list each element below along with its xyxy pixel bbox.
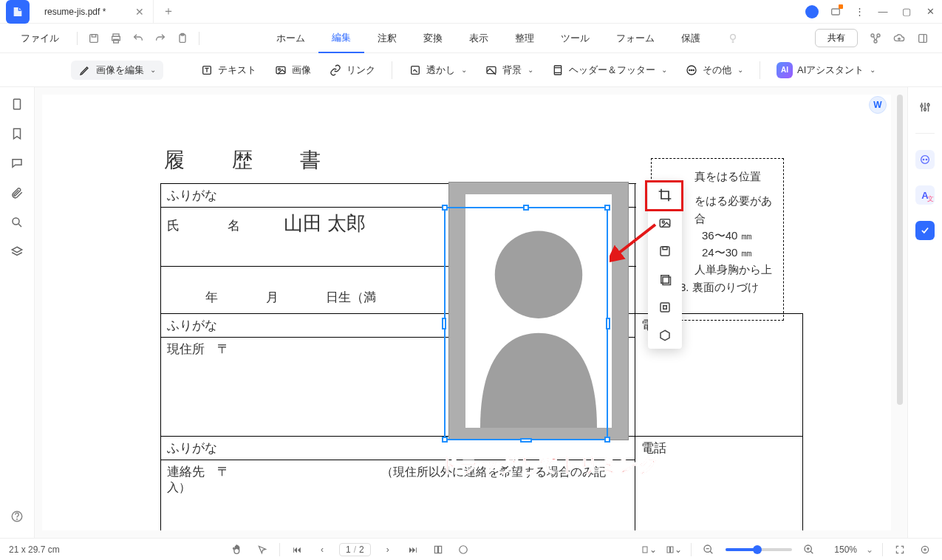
page-layout-icon[interactable] (430, 542, 446, 558)
svg-rect-44 (438, 546, 441, 553)
ai-chat-icon[interactable] (915, 150, 935, 169)
link-icon (329, 64, 342, 77)
document-canvas[interactable]: 履 歴 書 ふりがな 氏 名 山田 太郎 年 月 日生（満 ふりがな 電話 (34, 87, 908, 538)
tab-close-icon[interactable]: ✕ (135, 6, 144, 18)
menu-file[interactable]: ファイル (7, 24, 72, 53)
view-mode-icon[interactable]: ⌄ (666, 542, 682, 558)
header-footer-dropdown[interactable]: ヘッダー＆フッター⌄ (547, 61, 672, 80)
crop-button[interactable] (656, 186, 674, 204)
name-value: 山田 太郎 (284, 212, 366, 234)
save-icon[interactable] (83, 28, 104, 49)
tab-title: resume-jis.pdf * (44, 7, 106, 17)
first-page-icon[interactable]: ⏮ (289, 542, 305, 558)
settings-wheel-icon[interactable] (917, 542, 933, 558)
annotation-label: ドラッグしてトリミング (440, 452, 659, 478)
svg-rect-47 (667, 547, 670, 553)
selection-frame[interactable] (444, 207, 608, 440)
ribbon-edit: 画像を編集⌄ テキスト 画像 リンク 透かし⌄ 背景⌄ ヘッダー＆フッター⌄ そ… (0, 53, 942, 87)
resize-handle-bl[interactable] (442, 437, 448, 443)
new-tab-button[interactable]: ＋ (154, 4, 183, 19)
menu-convert[interactable]: 変換 (410, 24, 456, 53)
document-tab[interactable]: resume-jis.pdf * ✕ (35, 0, 154, 24)
redo-icon[interactable] (150, 28, 171, 49)
svg-rect-45 (459, 545, 467, 553)
prev-page-icon[interactable]: ‹ (314, 542, 330, 558)
zoom-in-icon[interactable] (801, 542, 817, 558)
select-tool-icon[interactable] (254, 542, 270, 558)
replace-image-button[interactable] (656, 214, 674, 232)
menu-home[interactable]: ホーム (263, 24, 318, 53)
check-icon[interactable] (915, 221, 935, 240)
header-footer-icon (551, 64, 564, 77)
menu-edit[interactable]: 編集 (318, 24, 364, 53)
menu-protect[interactable]: 保護 (668, 24, 714, 53)
maximize-button[interactable]: ▢ (895, 0, 918, 24)
menu-annotate[interactable]: 注釈 (364, 24, 410, 53)
resize-handle-mr[interactable] (606, 318, 610, 329)
page-indicator[interactable]: 1/2 (339, 543, 371, 556)
minimize-button[interactable]: — (871, 0, 895, 24)
fit-page-icon[interactable]: ⌄ (641, 542, 657, 558)
resize-handle-tr[interactable] (604, 205, 610, 211)
ocr-button[interactable] (656, 298, 674, 316)
menu-display[interactable]: 表示 (456, 24, 502, 53)
next-page-icon[interactable]: › (380, 542, 396, 558)
selected-image[interactable] (448, 182, 629, 440)
thumbnails-icon[interactable] (10, 98, 24, 111)
comment-icon[interactable] (10, 157, 24, 170)
to-clipboard-button[interactable] (656, 270, 674, 288)
link-button[interactable]: リンク (324, 61, 380, 80)
layers-icon[interactable] (10, 245, 24, 259)
cloud-upload-icon[interactable] (887, 27, 911, 50)
word-export-badge[interactable]: W (869, 96, 887, 114)
resize-handle-bc[interactable] (520, 438, 532, 443)
tool-icon-1[interactable] (864, 27, 887, 50)
svg-rect-31 (661, 247, 669, 256)
svg-point-38 (924, 109, 926, 111)
read-mode-icon[interactable] (455, 542, 471, 558)
zoom-slider[interactable] (726, 548, 792, 551)
properties-button[interactable] (656, 327, 674, 344)
watermark-dropdown[interactable]: 透かし⌄ (404, 61, 471, 80)
ai-assistant-dropdown[interactable]: AI AIアシスタント⌄ (772, 59, 880, 81)
svg-point-42 (926, 159, 926, 160)
print-icon[interactable] (106, 28, 126, 49)
translate-icon[interactable]: A文 (915, 185, 935, 205)
edit-image-dropdown[interactable]: 画像を編集⌄ (71, 61, 163, 80)
menu-bulb-icon[interactable] (714, 24, 752, 53)
background-dropdown[interactable]: 背景⌄ (480, 61, 538, 80)
share-button[interactable]: 共有 (815, 29, 858, 47)
clipboard-icon[interactable] (172, 28, 193, 49)
help-icon[interactable] (10, 510, 24, 523)
search-icon[interactable] (10, 216, 24, 229)
svg-point-11 (874, 40, 877, 43)
image-button[interactable]: 画像 (270, 61, 315, 80)
account-button[interactable] (800, 0, 824, 24)
menu-arrange[interactable]: 整理 (502, 24, 547, 53)
panel-icon[interactable] (911, 27, 935, 50)
text-button[interactable]: テキスト (196, 61, 261, 80)
titlebar: resume-jis.pdf * ✕ ＋ ⋮ — ▢ ✕ (0, 0, 942, 24)
vertical-scrollbar[interactable] (897, 95, 903, 405)
other-dropdown[interactable]: その他⌄ (680, 61, 748, 80)
fullscreen-icon[interactable] (892, 542, 908, 558)
menu-tool[interactable]: ツール (547, 24, 603, 53)
attachment-icon[interactable] (10, 186, 24, 199)
menu-form[interactable]: フォーム (603, 24, 668, 53)
resize-handle-tl[interactable] (442, 205, 448, 211)
app-logo[interactable] (6, 0, 30, 24)
notification-button[interactable] (824, 0, 847, 24)
work-area: 履 歴 書 ふりがな 氏 名 山田 太郎 年 月 日生（満 ふりがな 電話 (0, 87, 942, 538)
more-button[interactable]: ⋮ (847, 0, 871, 24)
undo-icon[interactable] (128, 28, 149, 49)
extract-button[interactable] (656, 242, 674, 260)
bookmark-icon[interactable] (10, 127, 24, 140)
resize-handle-br[interactable] (604, 437, 610, 443)
resize-handle-tc[interactable] (523, 205, 529, 211)
zoom-out-icon[interactable] (700, 542, 717, 558)
resize-handle-ml[interactable] (442, 318, 446, 329)
hand-tool-icon[interactable] (229, 542, 245, 558)
close-button[interactable]: ✕ (918, 0, 942, 24)
properties-panel-icon[interactable] (915, 98, 935, 117)
last-page-icon[interactable]: ⏭ (405, 542, 421, 558)
